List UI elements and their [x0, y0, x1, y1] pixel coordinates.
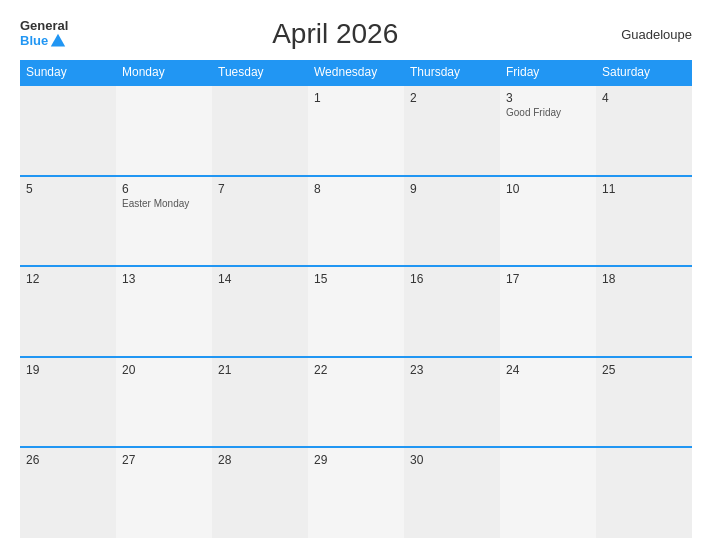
day-number: 12: [26, 272, 110, 286]
calendar-cell: 10: [500, 176, 596, 267]
calendar-cell: 17: [500, 266, 596, 357]
calendar-cell: 25: [596, 357, 692, 448]
calendar-week-row: 56Easter Monday7891011: [20, 176, 692, 267]
day-number: 9: [410, 182, 494, 196]
day-number: 3: [506, 91, 590, 105]
calendar-cell: 19: [20, 357, 116, 448]
calendar-week-row: 12131415161718: [20, 266, 692, 357]
calendar-cell: 21: [212, 357, 308, 448]
weekday-header-row: Sunday Monday Tuesday Wednesday Thursday…: [20, 60, 692, 85]
header-sunday: Sunday: [20, 60, 116, 85]
svg-marker-0: [51, 33, 65, 46]
calendar-cell: [116, 85, 212, 176]
calendar-cell: 13: [116, 266, 212, 357]
calendar-week-row: 2627282930: [20, 447, 692, 538]
day-number: 14: [218, 272, 302, 286]
calendar-cell: [212, 85, 308, 176]
calendar-cell: 20: [116, 357, 212, 448]
day-number: 17: [506, 272, 590, 286]
calendar-cell: 6Easter Monday: [116, 176, 212, 267]
calendar-cell: 27: [116, 447, 212, 538]
day-number: 2: [410, 91, 494, 105]
calendar-cell: 30: [404, 447, 500, 538]
day-number: 6: [122, 182, 206, 196]
day-number: 10: [506, 182, 590, 196]
holiday-name: Easter Monday: [122, 198, 206, 209]
calendar-cell: 16: [404, 266, 500, 357]
calendar-cell: 12: [20, 266, 116, 357]
day-number: 26: [26, 453, 110, 467]
calendar-cell: [596, 447, 692, 538]
calendar-cell: 28: [212, 447, 308, 538]
header-friday: Friday: [500, 60, 596, 85]
day-number: 5: [26, 182, 110, 196]
calendar-cell: 22: [308, 357, 404, 448]
header-tuesday: Tuesday: [212, 60, 308, 85]
region-label: Guadeloupe: [602, 27, 692, 42]
header-wednesday: Wednesday: [308, 60, 404, 85]
calendar-week-row: 123Good Friday4: [20, 85, 692, 176]
day-number: 7: [218, 182, 302, 196]
calendar-cell: 2: [404, 85, 500, 176]
calendar-table: Sunday Monday Tuesday Wednesday Thursday…: [20, 60, 692, 538]
day-number: 23: [410, 363, 494, 377]
logo-icon: [49, 32, 67, 50]
calendar-cell: 14: [212, 266, 308, 357]
day-number: 4: [602, 91, 686, 105]
holiday-name: Good Friday: [506, 107, 590, 118]
calendar-cell: [20, 85, 116, 176]
calendar-cell: [500, 447, 596, 538]
header-thursday: Thursday: [404, 60, 500, 85]
day-number: 28: [218, 453, 302, 467]
calendar-title: April 2026: [68, 18, 602, 50]
calendar-cell: 7: [212, 176, 308, 267]
calendar-page: General Blue April 2026 Guadeloupe Sunda…: [0, 0, 712, 550]
day-number: 15: [314, 272, 398, 286]
day-number: 16: [410, 272, 494, 286]
day-number: 19: [26, 363, 110, 377]
day-number: 27: [122, 453, 206, 467]
header-saturday: Saturday: [596, 60, 692, 85]
day-number: 21: [218, 363, 302, 377]
calendar-cell: 23: [404, 357, 500, 448]
calendar-cell: 11: [596, 176, 692, 267]
calendar-cell: 26: [20, 447, 116, 538]
day-number: 30: [410, 453, 494, 467]
calendar-cell: 3Good Friday: [500, 85, 596, 176]
header-monday: Monday: [116, 60, 212, 85]
calendar-cell: 1: [308, 85, 404, 176]
logo: General Blue: [20, 19, 68, 50]
calendar-cell: 9: [404, 176, 500, 267]
calendar-week-row: 19202122232425: [20, 357, 692, 448]
calendar-cell: 8: [308, 176, 404, 267]
calendar-cell: 24: [500, 357, 596, 448]
logo-blue-text: Blue: [20, 34, 48, 47]
day-number: 1: [314, 91, 398, 105]
calendar-cell: 15: [308, 266, 404, 357]
logo-general-text: General: [20, 19, 68, 32]
calendar-cell: 18: [596, 266, 692, 357]
day-number: 18: [602, 272, 686, 286]
day-number: 25: [602, 363, 686, 377]
header: General Blue April 2026 Guadeloupe: [20, 18, 692, 50]
day-number: 22: [314, 363, 398, 377]
calendar-cell: 29: [308, 447, 404, 538]
day-number: 29: [314, 453, 398, 467]
day-number: 8: [314, 182, 398, 196]
day-number: 24: [506, 363, 590, 377]
day-number: 13: [122, 272, 206, 286]
calendar-cell: 4: [596, 85, 692, 176]
day-number: 11: [602, 182, 686, 196]
calendar-cell: 5: [20, 176, 116, 267]
day-number: 20: [122, 363, 206, 377]
